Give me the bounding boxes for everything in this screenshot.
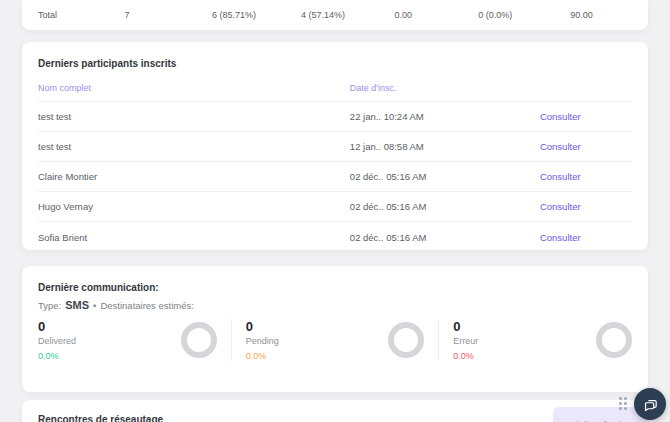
networking-card: Rencontres de réseautage Voir les réunio…	[22, 400, 648, 422]
consult-link[interactable]: Consulter	[540, 171, 581, 182]
participant-row: test test 12 jan.. 08:58 AM Consulter	[38, 132, 632, 162]
participants-title: Derniers participants inscrits	[38, 58, 632, 69]
participants-card: Derniers participants inscrits Nom compl…	[22, 42, 648, 250]
chat-bubbles-icon	[642, 396, 659, 413]
delivered-donut-chart	[181, 322, 217, 358]
stat-delivered: 0 Delivered 0.0%	[38, 319, 231, 361]
participant-row: Sofia Brient 02 déc.. 05:16 AM Consulter	[38, 222, 632, 252]
pending-percent: 0.0%	[246, 351, 279, 361]
total-percent-1: 6 (85.71%)	[169, 10, 300, 20]
participant-row: Hugo Vernay 02 déc.. 05:16 AM Consulter	[38, 192, 632, 222]
recipients-label: Destinataires estimés:	[100, 300, 193, 311]
type-value: SMS	[65, 299, 89, 311]
participant-name: test test	[38, 141, 350, 152]
dashboard-page: { "totals": { "cells": ["Total", "7", "6…	[0, 0, 670, 422]
communication-card: Dernière communication: Type: SMS • Dest…	[22, 266, 648, 392]
participant-date: 02 déc.. 05:16 AM	[350, 171, 540, 182]
participant-name: Hugo Vernay	[38, 201, 350, 212]
bullet-separator: •	[93, 300, 96, 311]
communication-title: Dernière communication:	[38, 282, 632, 293]
total-amount-1: 0.00	[347, 10, 460, 20]
error-percent: 0.0%	[453, 351, 478, 361]
drag-handle-icon[interactable]	[619, 397, 627, 410]
participant-name: test test	[38, 111, 350, 122]
participant-row: Claire Montier 02 déc.. 05:16 AM Consult…	[38, 162, 632, 192]
pending-donut-chart	[388, 322, 424, 358]
communication-type-line: Type: SMS • Destinataires estimés:	[38, 299, 632, 311]
total-percent-3: 0 (0.0%)	[460, 10, 531, 20]
column-header-date: Date d'insc.	[350, 83, 540, 93]
consult-link[interactable]: Consulter	[540, 141, 581, 152]
participant-date: 02 déc.. 05:16 AM	[350, 232, 540, 243]
column-header-name: Nom complet	[38, 83, 350, 93]
total-label: Total	[38, 10, 86, 20]
participant-name: Sofia Brient	[38, 232, 350, 243]
consult-link[interactable]: Consulter	[540, 111, 581, 122]
column-header-action	[540, 83, 632, 93]
delivered-value: 0	[38, 319, 76, 334]
view-meetings-button[interactable]: Voir les réunions	[553, 407, 648, 422]
delivered-percent: 0.0%	[38, 351, 76, 361]
participant-name: Claire Montier	[38, 171, 350, 182]
total-count: 7	[86, 10, 169, 20]
table-total-row: Total 7 6 (85.71%) 4 (57.14%) 0.00 0 (0.…	[22, 0, 648, 30]
total-percent-2: 4 (57.14%)	[299, 10, 347, 20]
participants-table-header: Nom complet Date d'insc.	[38, 83, 632, 102]
error-value: 0	[453, 319, 478, 334]
chat-widget-button[interactable]	[634, 388, 666, 420]
stat-error: 0 Erreur 0.0%	[438, 319, 632, 361]
pending-value: 0	[246, 319, 279, 334]
communication-stats: 0 Delivered 0.0% 0 Pending 0.0% 0 Erreur…	[38, 319, 632, 361]
pending-label: Pending	[246, 336, 279, 346]
total-amount-2: 90.00	[531, 10, 632, 20]
participant-date: 12 jan.. 08:58 AM	[350, 141, 540, 152]
stat-pending: 0 Pending 0.0%	[231, 319, 439, 361]
consult-link[interactable]: Consulter	[540, 201, 581, 212]
participant-date: 02 déc.. 05:16 AM	[350, 201, 540, 212]
type-label: Type:	[38, 300, 61, 311]
participant-row: test test 22 jan.. 10:24 AM Consulter	[38, 102, 632, 132]
error-donut-chart	[596, 322, 632, 358]
consult-link[interactable]: Consulter	[540, 232, 581, 243]
participant-date: 22 jan.. 10:24 AM	[350, 111, 540, 122]
delivered-label: Delivered	[38, 336, 76, 346]
error-label: Erreur	[453, 336, 478, 346]
